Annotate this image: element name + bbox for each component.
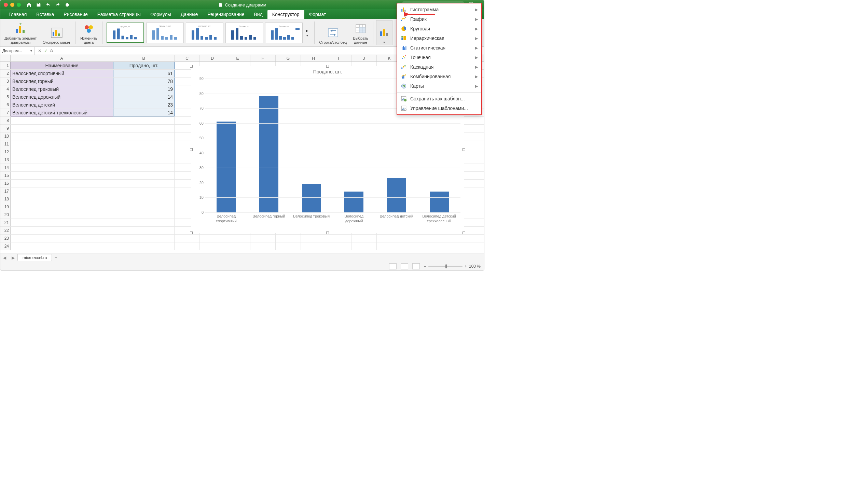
cell[interactable] — [113, 148, 175, 156]
menu-combo[interactable]: Комбинированная▶ — [397, 72, 481, 81]
cell[interactable] — [113, 172, 175, 179]
more-styles-button[interactable]: ▸▾ — [305, 28, 310, 37]
row-header[interactable]: 17 — [0, 187, 11, 195]
cell[interactable] — [11, 132, 113, 140]
resize-handle[interactable] — [462, 232, 465, 234]
row-header[interactable]: 9 — [0, 125, 11, 132]
chart-bar[interactable] — [217, 122, 236, 212]
row-header[interactable]: 16 — [0, 180, 11, 187]
cell[interactable]: Продано, шт. — [113, 62, 175, 69]
column-header[interactable]: I — [326, 55, 351, 61]
cell[interactable] — [11, 195, 113, 203]
column-header[interactable]: F — [250, 55, 276, 61]
row-header[interactable]: 15 — [0, 172, 11, 179]
cell[interactable] — [11, 156, 113, 164]
cell[interactable] — [11, 203, 113, 211]
sheet-nav-prev-icon[interactable]: ◀ — [0, 255, 9, 260]
resize-handle[interactable] — [326, 232, 329, 234]
cell[interactable] — [11, 140, 113, 148]
chart-bar[interactable] — [259, 96, 278, 212]
cell[interactable]: Велосипед трековый — [11, 85, 113, 93]
name-box[interactable]: Диаграм...▾ — [0, 47, 34, 55]
add-sheet-button[interactable]: + — [52, 255, 60, 260]
cell[interactable] — [113, 203, 175, 211]
cell[interactable] — [113, 132, 175, 140]
chart-bar[interactable] — [387, 178, 406, 212]
switch-row-column-button[interactable]: Строка/столбец — [317, 20, 349, 45]
row-header[interactable]: 11 — [0, 140, 11, 148]
close-icon[interactable] — [4, 3, 8, 7]
row-header[interactable]: 6 — [0, 101, 11, 109]
chart-style-5[interactable]: Продано, шт. — [265, 23, 303, 43]
column-header[interactable]: J — [351, 55, 377, 61]
menu-save-template[interactable]: Сохранить как шаблон... — [397, 94, 481, 103]
cell[interactable] — [301, 242, 326, 250]
tab-formulas[interactable]: Формулы — [146, 10, 176, 19]
cell[interactable] — [11, 219, 113, 226]
row-header[interactable]: 21 — [0, 219, 11, 226]
resize-handle[interactable] — [326, 65, 329, 68]
home-icon[interactable] — [26, 2, 32, 8]
cell[interactable] — [301, 235, 326, 242]
tab-insert[interactable]: Вставка — [31, 10, 59, 19]
chart-bar[interactable] — [430, 192, 449, 212]
chart-bar[interactable] — [344, 192, 363, 212]
cell[interactable] — [113, 242, 175, 250]
row-header[interactable]: 19 — [0, 203, 11, 211]
zoom-in-icon[interactable]: + — [465, 264, 467, 269]
change-colors-button[interactable]: Изменить цвета — [78, 20, 99, 45]
cell[interactable]: Велосипед детский — [11, 101, 113, 109]
row-header[interactable]: 12 — [0, 148, 11, 156]
cell[interactable] — [250, 235, 276, 242]
row-header[interactable]: 22 — [0, 227, 11, 234]
chart-bar[interactable] — [302, 184, 321, 212]
view-normal-icon[interactable] — [389, 263, 397, 269]
cell[interactable] — [113, 156, 175, 164]
cell[interactable] — [11, 172, 113, 179]
row-header[interactable]: 23 — [0, 235, 11, 242]
menu-waterfall[interactable]: Каскадная▶ — [397, 62, 481, 72]
tab-draw[interactable]: Рисование — [59, 10, 93, 19]
menu-pie[interactable]: Круговая▶ — [397, 24, 481, 33]
undo-icon[interactable] — [45, 2, 51, 8]
cell[interactable] — [11, 148, 113, 156]
cell[interactable] — [377, 235, 402, 242]
cell[interactable] — [351, 242, 377, 250]
maximize-icon[interactable] — [17, 3, 21, 7]
cell[interactable] — [200, 242, 225, 250]
save-icon[interactable] — [36, 2, 41, 8]
quick-layout-button[interactable]: Экспресс-макет — [41, 20, 72, 45]
cell[interactable] — [11, 180, 113, 187]
tab-page-layout[interactable]: Разметка страницы — [93, 10, 146, 19]
column-header[interactable]: D — [200, 55, 225, 61]
menu-hierarchy[interactable]: Иерархическая▶ — [397, 33, 481, 43]
tab-review[interactable]: Рецензирование — [203, 10, 249, 19]
view-page-break-icon[interactable] — [412, 263, 420, 269]
row-header[interactable]: 14 — [0, 164, 11, 171]
column-header[interactable]: A — [11, 55, 113, 61]
row-header[interactable]: 7 — [0, 109, 11, 116]
resize-handle[interactable] — [462, 148, 465, 151]
menu-maps[interactable]: Карты▶ — [397, 81, 481, 91]
cell[interactable] — [113, 195, 175, 203]
cell[interactable]: 23 — [113, 101, 175, 109]
row-header[interactable]: 4 — [0, 85, 11, 93]
cell[interactable] — [113, 180, 175, 187]
add-chart-element-button[interactable]: + Добавить элемент диаграммы — [2, 20, 39, 45]
select-data-button[interactable]: Выбрать данные — [351, 20, 370, 45]
cell[interactable] — [225, 235, 250, 242]
cancel-icon[interactable]: ✕ — [38, 48, 41, 53]
tab-format[interactable]: Формат — [304, 10, 331, 19]
chart-style-2[interactable]: ПРОДАНО, ШТ. — [146, 23, 184, 43]
row-header[interactable]: 8 — [0, 117, 11, 124]
sheet-nav-next-icon[interactable]: ▶ — [9, 255, 17, 260]
cell[interactable] — [351, 235, 377, 242]
cell[interactable] — [377, 242, 402, 250]
select-all-corner[interactable] — [0, 55, 11, 61]
cell[interactable] — [113, 227, 175, 234]
row-header[interactable]: 18 — [0, 195, 11, 203]
zoom-slider[interactable] — [428, 266, 462, 267]
row-header[interactable]: 13 — [0, 156, 11, 164]
cell[interactable] — [175, 235, 200, 242]
cell[interactable] — [113, 140, 175, 148]
